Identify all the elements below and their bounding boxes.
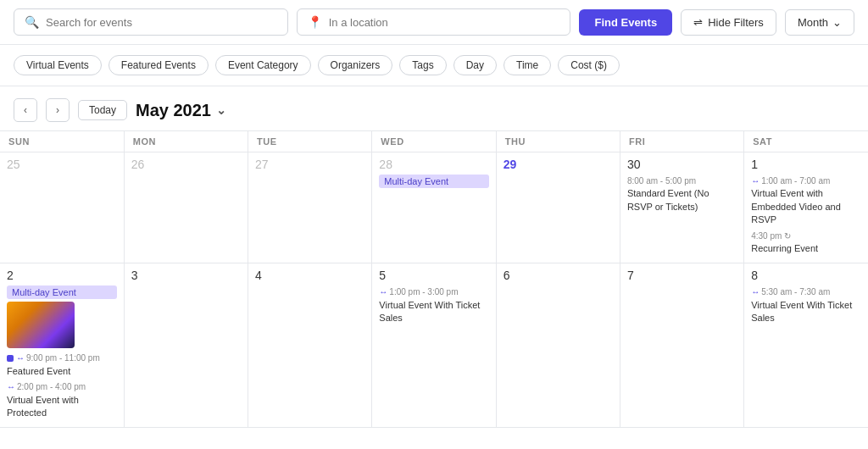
filter-tag-virtual-events[interactable]: Virtual Events (14, 55, 102, 75)
today-button[interactable]: Today (78, 100, 127, 120)
filter-tag-time[interactable]: Time (504, 55, 551, 75)
filter-tag-tags[interactable]: Tags (399, 55, 446, 75)
day-number: 7 (627, 269, 737, 282)
chevron-down-icon: ⌄ (832, 16, 842, 29)
calendar-grid: SUNMONTUEWEDTHUFRISAT 25262728Multi-day … (0, 130, 868, 428)
day-number: 30 (627, 158, 737, 171)
calendar-cell[interactable]: 8↔5:30 am - 7:30 amVirtual Event With Ti… (744, 263, 868, 428)
calendar-cell[interactable]: 29 (496, 152, 620, 263)
next-month-button[interactable]: › (46, 98, 70, 122)
location-input[interactable] (329, 16, 560, 29)
filter-icon: ⇌ (693, 16, 703, 29)
location-icon: 📍 (308, 15, 322, 29)
day-number: 27 (255, 158, 364, 171)
calendar-cell[interactable]: 25 (0, 152, 124, 263)
day-number: 26 (131, 158, 241, 171)
filter-tag-organizers[interactable]: Organizers (318, 55, 393, 75)
day-number: 6 (504, 269, 613, 282)
search-input[interactable] (46, 16, 277, 29)
multi-day-event[interactable]: Multi-day Event (379, 175, 488, 188)
filter-tag-cost-($)[interactable]: Cost ($) (558, 55, 620, 75)
prev-month-button[interactable]: ‹ (14, 98, 37, 122)
calendar-cell[interactable]: 2Multi-day Event↔9:00 pm - 11:00 pmFeatu… (0, 263, 124, 428)
calendar-cell[interactable]: 3 (124, 263, 248, 428)
virtual-event[interactable]: ↔2:00 pm - 4:00 pmVirtual Event with Pro… (7, 380, 117, 419)
calendar-cell[interactable]: 26 (124, 152, 248, 263)
recurring-event[interactable]: 4:30 pm ↻Recurring Event (751, 230, 861, 256)
filter-tag-day[interactable]: Day (453, 55, 497, 75)
day-header-fri: FRI (620, 131, 743, 152)
calendar-cell[interactable]: 28Multi-day Event (372, 152, 496, 263)
day-number: 1 (751, 158, 861, 171)
event-thumbnail (7, 302, 75, 348)
day-header-thu: THU (496, 131, 620, 152)
day-number: 4 (255, 269, 364, 282)
hide-filters-button[interactable]: ⇌ Hide Filters (681, 9, 776, 36)
featured-event[interactable]: ↔9:00 pm - 11:00 pmFeatured Event (7, 352, 117, 378)
calendar-cell[interactable]: 308:00 am - 5:00 pmStandard Event (No RS… (620, 152, 743, 263)
find-events-button[interactable]: Find Events (579, 9, 672, 36)
month-view-button[interactable]: Month ⌄ (785, 9, 854, 36)
filter-tag-featured-events[interactable]: Featured Events (108, 55, 209, 75)
virtual-event[interactable]: ↔1:00 pm - 3:00 pmVirtual Event With Tic… (379, 285, 488, 324)
day-header-wed: WED (372, 131, 496, 152)
day-header-mon: MON (124, 131, 248, 152)
calendar-cell[interactable]: 6 (496, 263, 620, 428)
day-number: 3 (131, 269, 241, 282)
multi-day-event[interactable]: Multi-day Event (7, 285, 117, 299)
filter-tag-event-category[interactable]: Event Category (215, 55, 311, 75)
calendar-cell[interactable]: 1↔1:00 am - 7:00 amVirtual Event with Em… (744, 152, 868, 263)
calendar-header: ‹ › Today May 2021 ⌄ (0, 86, 868, 130)
search-box[interactable]: 🔍 (14, 8, 288, 36)
virtual-event[interactable]: ↔5:30 am - 7:30 amVirtual Event With Tic… (751, 285, 861, 324)
month-title[interactable]: May 2021 ⌄ (136, 101, 226, 120)
day-number: 2 (7, 269, 117, 282)
calendar-week-1: 2Multi-day Event↔9:00 pm - 11:00 pmFeatu… (0, 263, 868, 428)
standard-event[interactable]: 8:00 am - 5:00 pmStandard Event (No RSVP… (627, 175, 737, 213)
month-chevron-icon: ⌄ (216, 103, 226, 117)
calendar-cell[interactable]: 7 (620, 263, 743, 428)
calendar-cell[interactable]: 4 (248, 263, 372, 428)
day-number: 8 (751, 269, 861, 282)
day-header-sat: SAT (744, 131, 868, 152)
filter-row: Virtual EventsFeatured EventsEvent Categ… (0, 45, 868, 86)
search-icon: 🔍 (25, 15, 39, 29)
calendar-week-0: 25262728Multi-day Event29308:00 am - 5:0… (0, 152, 868, 263)
day-number: 5 (379, 269, 488, 282)
day-header-tue: TUE (248, 131, 372, 152)
day-number: 28 (379, 158, 488, 171)
calendar-cell[interactable]: 5↔1:00 pm - 3:00 pmVirtual Event With Ti… (372, 263, 496, 428)
calendar-cell[interactable]: 27 (248, 152, 372, 263)
virtual-event[interactable]: ↔1:00 am - 7:00 amVirtual Event with Emb… (751, 175, 861, 227)
day-number: 25 (7, 158, 117, 171)
location-box[interactable]: 📍 (297, 8, 571, 36)
day-number: 29 (504, 158, 613, 171)
day-header-sun: SUN (0, 131, 124, 152)
